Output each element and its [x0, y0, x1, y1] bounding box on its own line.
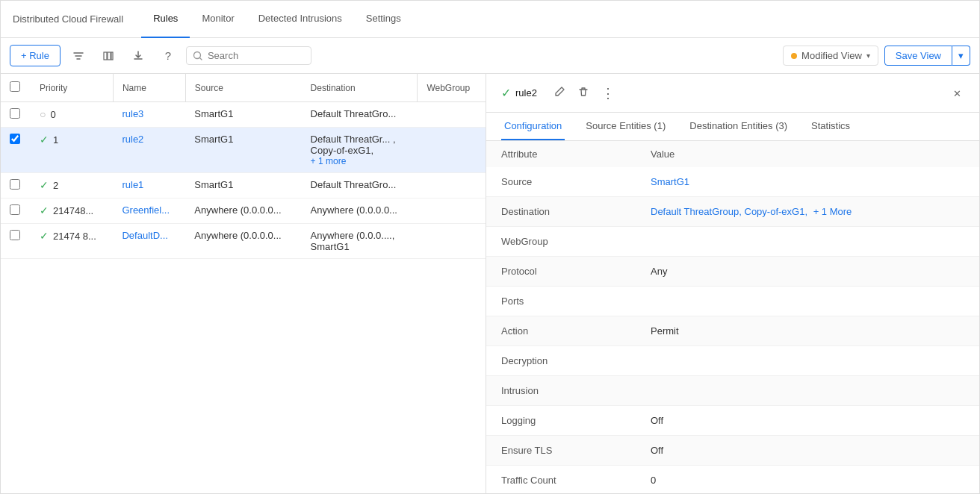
nav-tab-settings[interactable]: Settings	[354, 1, 413, 38]
table-row[interactable]: ✓ 1 rule2 SmartG1 Default ThreatGr... , …	[1, 128, 486, 173]
config-row-logging: Logging Off	[486, 406, 979, 436]
table-row[interactable]: ✓ 2 rule1 SmartG1 Default ThreatGro...	[1, 173, 486, 198]
save-view-dropdown-button[interactable]: ▾	[952, 46, 970, 66]
attr-value: Off	[636, 406, 979, 436]
config-row-destination: Destination Default ThreatGroup, Copy-of…	[486, 197, 979, 227]
help-icon: ?	[165, 49, 171, 62]
row-source-cell: SmartG1	[185, 128, 301, 173]
save-view-group: Save View ▾	[884, 46, 970, 66]
toolbar: + Rule ?	[1, 38, 979, 74]
detail-header: ✓ rule2 ⋮	[486, 74, 979, 113]
table-row[interactable]: ✓ 21474 8... DefaultD... Anywhere (0.0.0…	[1, 224, 486, 259]
search-box[interactable]	[186, 46, 311, 65]
source-value-link[interactable]: SmartG1	[651, 176, 689, 187]
row-webgroup-cell	[418, 198, 486, 224]
table-row[interactable]: ✓ 214748... Greenfiel... Anywhere (0.0.0…	[1, 198, 486, 224]
help-icon-button[interactable]: ?	[156, 44, 180, 68]
config-table: Attribute Value Source SmartG1 Destinati…	[486, 141, 979, 493]
table-row[interactable]: ○ 0 rule3 SmartG1 Default ThreatGro...	[1, 102, 486, 128]
rule-title-text: rule2	[515, 87, 537, 99]
row-destination-cell: Anywhere (0.0.0...., SmartG1	[302, 224, 418, 259]
attr-value	[636, 227, 979, 257]
row-checkbox-cell	[1, 102, 31, 128]
status-icon: ✓	[40, 204, 49, 216]
attr-value: Default ThreatGroup, Copy-of-exG1, + 1 M…	[636, 197, 979, 227]
priority-value: 0	[50, 109, 55, 120]
row-priority-cell: ✓ 2	[31, 173, 113, 198]
search-input[interactable]	[208, 50, 305, 61]
rule-link[interactable]: DefaultD...	[122, 230, 167, 241]
destination-value-link[interactable]: Default ThreatGroup, Copy-of-exG1,	[651, 206, 807, 217]
config-row-decryption: Decryption	[486, 346, 979, 376]
more-options-button[interactable]: ⋮	[598, 83, 618, 103]
more-options-icon: ⋮	[601, 86, 615, 101]
status-icon: ✓	[40, 230, 49, 242]
row-source-cell: Anywhere (0.0.0.0...	[185, 224, 301, 259]
rule-link[interactable]: rule2	[122, 134, 143, 145]
config-row-intrusion: Intrusion	[486, 376, 979, 406]
row-webgroup-cell	[418, 224, 486, 259]
detail-actions: ⋮	[551, 83, 618, 103]
tab-source-entities[interactable]: Source Entities (1)	[583, 113, 669, 140]
destination-more-link[interactable]: + 1 More	[813, 206, 852, 217]
close-icon: ✕	[953, 88, 961, 99]
nav-tab-detected-intrusions[interactable]: Detected Intrusions	[246, 1, 354, 38]
filter-icon-button[interactable]	[66, 44, 90, 68]
attr-column-header: Attribute	[486, 141, 636, 167]
trash-icon	[577, 86, 589, 98]
columns-icon-button[interactable]	[96, 44, 120, 68]
col-priority: Priority	[31, 74, 113, 102]
chevron-down-icon: ▾	[866, 51, 870, 60]
download-icon-button[interactable]	[126, 44, 150, 68]
close-button[interactable]: ✕	[950, 84, 964, 103]
row-priority-cell: ✓ 1	[31, 128, 113, 173]
row-name-cell: DefaultD...	[113, 224, 185, 259]
rule-link[interactable]: rule3	[122, 108, 143, 119]
priority-value: 2	[53, 180, 58, 191]
row-checkbox[interactable]	[10, 204, 20, 215]
dest-more-link[interactable]: + 1 more	[311, 156, 409, 166]
edit-button[interactable]	[551, 83, 568, 103]
detail-content: Attribute Value Source SmartG1 Destinati…	[486, 141, 979, 493]
rules-table-section: Priority Name Source Destination WebGrou…	[1, 74, 486, 493]
attr-label: Logging	[486, 406, 636, 436]
row-checkbox[interactable]	[10, 134, 20, 144]
nav-tab-rules[interactable]: Rules	[141, 1, 190, 38]
save-view-button[interactable]: Save View	[884, 46, 952, 66]
search-icon	[193, 51, 203, 61]
svg-rect-2	[111, 52, 113, 60]
attr-value	[636, 376, 979, 406]
row-webgroup-cell	[418, 128, 486, 173]
row-checkbox[interactable]	[10, 230, 20, 240]
svg-rect-0	[104, 52, 107, 60]
config-row-source: Source SmartG1	[486, 167, 979, 197]
app-title: Distributed Cloud Firewall	[13, 13, 123, 25]
select-all-checkbox[interactable]	[10, 81, 20, 92]
modified-view-button[interactable]: Modified View ▾	[783, 46, 878, 66]
row-webgroup-cell	[418, 173, 486, 198]
download-icon	[132, 50, 144, 62]
attr-label: Source	[486, 167, 636, 197]
modified-view-label: Modified View	[801, 50, 862, 61]
config-row-webgroup: WebGroup	[486, 227, 979, 257]
rules-table: Priority Name Source Destination WebGrou…	[1, 74, 486, 259]
rule-link[interactable]: Greenfiel...	[122, 204, 170, 216]
nav-tab-monitor[interactable]: Monitor	[190, 1, 246, 38]
row-source-cell: SmartG1	[185, 102, 301, 128]
tab-destination-entities[interactable]: Destination Entities (3)	[686, 113, 790, 140]
attr-label: Ports	[486, 287, 636, 316]
rule-link[interactable]: rule1	[122, 179, 143, 190]
row-destination-cell: Default ThreatGr... , Copy-of-exG1, + 1 …	[302, 128, 418, 173]
row-checkbox[interactable]	[10, 179, 20, 190]
add-rule-button[interactable]: + Rule	[10, 45, 61, 66]
tab-configuration[interactable]: Configuration	[501, 113, 565, 140]
status-icon: ✓	[40, 134, 49, 146]
tab-statistics[interactable]: Statistics	[808, 113, 853, 140]
row-destination-cell: Anywhere (0.0.0.0...	[302, 198, 418, 224]
detail-panel: ✓ rule2 ⋮	[486, 74, 979, 493]
row-webgroup-cell	[418, 102, 486, 128]
row-checkbox[interactable]	[10, 108, 20, 119]
delete-button[interactable]	[574, 83, 592, 103]
rule-title: ✓ rule2	[501, 86, 537, 100]
col-destination: Destination	[302, 74, 418, 102]
